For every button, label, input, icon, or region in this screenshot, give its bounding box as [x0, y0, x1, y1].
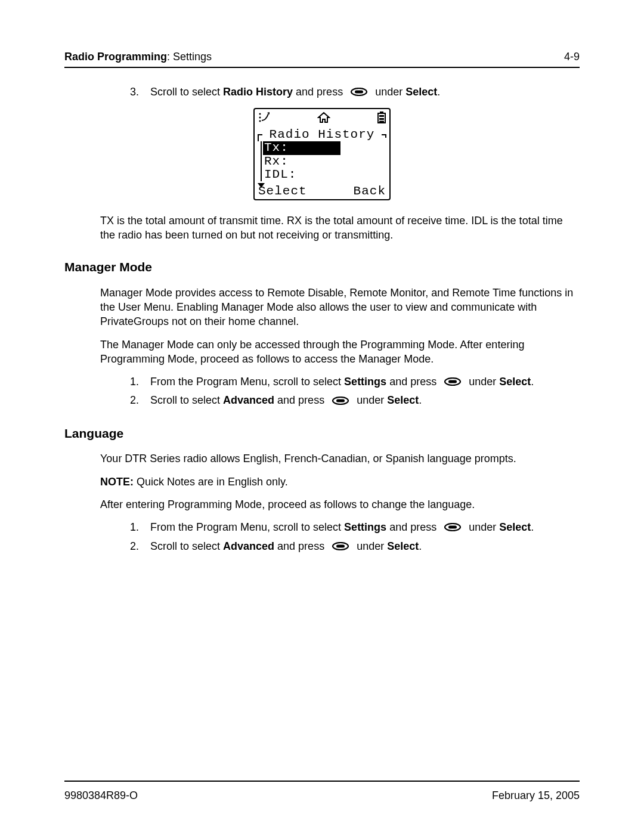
- language-step-1: 1. From the Program Menu, scroll to sele…: [130, 520, 580, 535]
- battery-icon: [377, 112, 386, 127]
- lcd-figure: Radio History Tx: Rx: IDL: Select Back: [64, 108, 580, 200]
- header-section-rest: : Settings: [167, 51, 212, 63]
- softkey-icon: [444, 375, 461, 389]
- lcd-softkeys: Select Back: [257, 185, 387, 198]
- lcd-title: Radio History: [263, 128, 381, 141]
- term-select: Select: [499, 376, 531, 388]
- term-select: Select: [387, 394, 419, 406]
- step-number: 2.: [130, 393, 150, 408]
- text: .: [419, 394, 422, 406]
- language-step-2: 2. Scroll to select Advanced and press u…: [130, 539, 580, 554]
- text: From the Program Menu, scroll to select: [150, 521, 344, 533]
- note-label: NOTE:: [100, 476, 134, 488]
- term-select: Select: [499, 521, 531, 533]
- footer-date: February 15, 2005: [492, 789, 580, 802]
- svg-rect-20: [336, 544, 345, 547]
- term-select: Select: [405, 86, 437, 98]
- bracket-left-icon: [257, 128, 263, 141]
- manager-p1: Manager Mode provides access to Remote D…: [100, 286, 580, 329]
- lcd-status-icons: [257, 110, 387, 129]
- text: and press: [274, 394, 327, 406]
- tx-description: TX is the total amount of transmit time.…: [100, 213, 580, 243]
- text: and press: [386, 521, 439, 533]
- footer-rule: [64, 781, 580, 782]
- lcd-screen: Radio History Tx: Rx: IDL: Select Back: [253, 108, 391, 200]
- heading-language: Language: [64, 425, 580, 442]
- lcd-title-row: Radio History: [257, 128, 387, 141]
- svg-rect-9: [379, 115, 384, 117]
- svg-point-3: [259, 117, 261, 119]
- softkey-icon: [444, 521, 461, 535]
- lcd-softkey-left: Select: [258, 185, 307, 198]
- lcd-row-text: Tx:: [263, 141, 340, 154]
- text: .: [531, 521, 534, 533]
- term-settings: Settings: [344, 521, 386, 533]
- text: Scroll to select: [150, 86, 223, 98]
- text: and press: [274, 540, 327, 552]
- svg-point-4: [259, 120, 261, 122]
- text: Scroll to select: [150, 394, 223, 406]
- lcd-row-tx: Tx:: [263, 141, 382, 154]
- step-3: 3. Scroll to select Radio History and pr…: [130, 85, 580, 100]
- svg-point-2: [259, 113, 261, 115]
- softkey-icon: [351, 85, 367, 100]
- text: under: [354, 540, 387, 552]
- text: and press: [293, 86, 346, 98]
- signal-icon: [258, 112, 270, 126]
- softkey-icon: [332, 540, 349, 554]
- svg-rect-16: [336, 399, 345, 402]
- svg-rect-10: [379, 118, 384, 120]
- text: Scroll to select: [150, 540, 223, 552]
- step-number: 1.: [130, 520, 150, 535]
- step-text: From the Program Menu, scroll to select …: [150, 520, 580, 535]
- term-advanced: Advanced: [223, 540, 274, 552]
- term-advanced: Advanced: [223, 394, 274, 406]
- svg-rect-1: [355, 91, 363, 94]
- step-text: Scroll to select Advanced and press unde…: [150, 539, 580, 554]
- term-radio-history: Radio History: [223, 86, 293, 98]
- language-p1: Your DTR Series radio allows English, Fr…: [100, 451, 580, 466]
- heading-manager-mode: Manager Mode: [64, 259, 580, 275]
- page-footer: 9980384R89-O February 15, 2005: [64, 789, 580, 802]
- text: under: [466, 521, 499, 533]
- svg-rect-18: [448, 526, 457, 529]
- text: under: [354, 394, 387, 406]
- svg-marker-6: [318, 113, 329, 122]
- step-number: 2.: [130, 539, 150, 554]
- step-number: 1.: [130, 374, 150, 389]
- term-settings: Settings: [344, 376, 386, 388]
- page-header: Radio Programming: Settings 4-9: [64, 51, 580, 68]
- lcd-softkey-right: Back: [354, 185, 386, 198]
- text: under: [372, 86, 405, 98]
- svg-rect-14: [448, 380, 457, 383]
- manager-step-2: 2. Scroll to select Advanced and press u…: [130, 393, 580, 408]
- text: under: [466, 376, 499, 388]
- step-text: From the Program Menu, scroll to select …: [150, 374, 580, 389]
- language-p3: After entering Programming Mode, proceed…: [100, 497, 580, 512]
- note-text: Quick Notes are in English only.: [134, 476, 288, 488]
- text: .: [419, 540, 422, 552]
- language-note: NOTE: Quick Notes are in English only.: [100, 475, 580, 489]
- header-section-bold: Radio Programming: [64, 51, 167, 63]
- step-text: Scroll to select Radio History and press…: [150, 85, 580, 100]
- header-page-number: 4-9: [564, 51, 580, 63]
- footer-doc-id: 9980384R89-O: [64, 789, 138, 802]
- header-section: Radio Programming: Settings: [64, 51, 212, 63]
- term-select: Select: [387, 540, 419, 552]
- home-icon: [317, 112, 330, 126]
- text: From the Program Menu, scroll to select: [150, 376, 344, 388]
- text: .: [531, 376, 534, 388]
- step-number: 3.: [130, 85, 150, 100]
- text: .: [437, 86, 440, 98]
- lcd-row-rx: Rx:: [263, 155, 382, 168]
- svg-rect-11: [379, 121, 384, 123]
- manager-step-1: 1. From the Program Menu, scroll to sele…: [130, 374, 580, 389]
- softkey-icon: [332, 394, 349, 408]
- text: and press: [386, 376, 439, 388]
- manager-p2: The Manager Mode can only be accessed th…: [100, 337, 580, 367]
- bracket-right-icon: [381, 128, 387, 141]
- step-text: Scroll to select Advanced and press unde…: [150, 393, 580, 408]
- lcd-list: Tx: Rx: IDL:: [261, 141, 382, 181]
